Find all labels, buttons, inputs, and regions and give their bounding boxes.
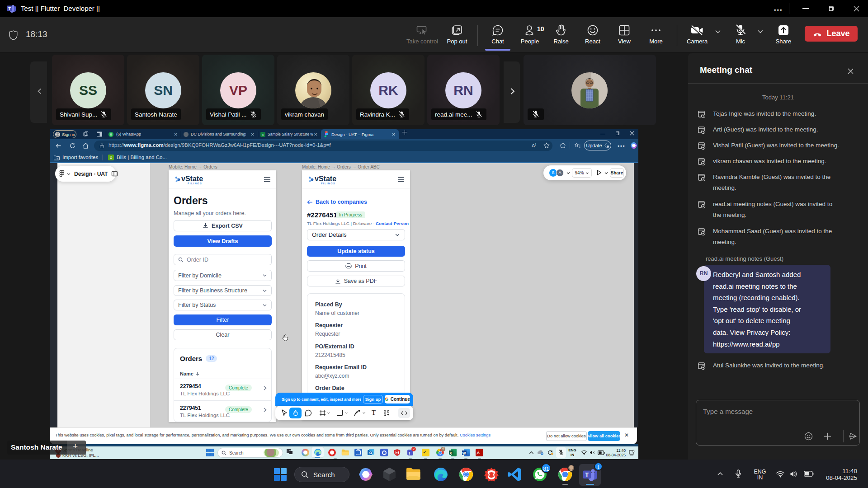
svg-text:FILINGS: FILINGS xyxy=(188,182,202,185)
svg-text:vState: vState xyxy=(315,175,336,183)
svg-text:FILINGS: FILINGS xyxy=(321,182,335,185)
svg-text:T: T xyxy=(585,471,589,478)
svg-text:vState: vState xyxy=(181,175,203,183)
